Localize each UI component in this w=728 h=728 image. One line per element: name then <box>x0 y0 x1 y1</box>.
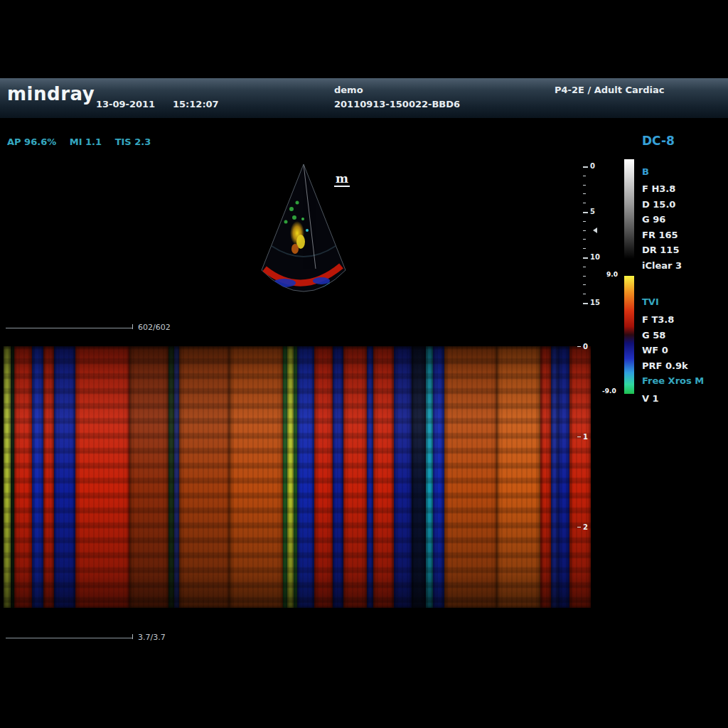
mmode-stripe <box>373 346 394 608</box>
param-line: F H3.8 <box>642 181 682 197</box>
exam-time: 15:12:07 <box>173 99 219 109</box>
mmode-stripe <box>412 346 426 608</box>
mmode-tick <box>577 346 581 347</box>
depth-tick-label: 5 <box>590 208 595 215</box>
param-line: G 58 <box>642 328 688 343</box>
depth-tick <box>583 276 586 277</box>
param-line: F T3.8 <box>642 312 688 328</box>
mmode-stripe <box>179 346 230 608</box>
depth-tick <box>583 221 586 222</box>
mmode-stripe <box>43 346 54 608</box>
mechanical-index: MI 1.1 <box>70 136 102 147</box>
param-line: FR 165 <box>642 228 682 243</box>
param-line: D 15.0 <box>642 197 682 213</box>
depth-tick-label: 10 <box>590 253 600 261</box>
mmode-stripe <box>333 346 343 608</box>
param-line: G 96 <box>642 212 682 228</box>
brand-logo: mindray <box>7 83 95 105</box>
mmode-stripe <box>540 346 551 608</box>
param-line: DR 115 <box>642 242 682 258</box>
mmode-stripe <box>558 346 569 608</box>
depth-tick <box>583 248 586 249</box>
study-id: 20110913-150022-BBD6 <box>334 99 460 109</box>
acoustic-status-line: AP 96.6% MI 1.1 TIS 2.3 <box>7 136 161 147</box>
depth-tick-label: 15 <box>590 299 600 306</box>
mmode-stripe <box>168 346 174 608</box>
depth-tick <box>583 212 588 213</box>
mmode-stripe <box>129 346 169 608</box>
m-line-marker: m <box>334 173 350 187</box>
system-model: DC-8 <box>642 134 675 148</box>
sweep-time: 3.7/3.7 <box>138 633 166 642</box>
param-line: PRF 0.9k <box>642 358 688 374</box>
mmode-stripe <box>287 346 294 608</box>
header-bar: mindray 13-09-2011 15:12:07 demo 2011091… <box>0 78 728 118</box>
mmode-stripe <box>444 346 498 608</box>
top-ruler-tick <box>132 324 133 329</box>
b-mode-params: F H3.8D 15.0G 96FR 165DR 115iClear 3 <box>642 181 682 273</box>
ultrasound-screen: mindray 13-09-2011 15:12:07 demo 2011091… <box>0 0 728 728</box>
mmode-stripe <box>297 346 314 608</box>
mmode-stripe <box>343 346 367 608</box>
mmode-stripe <box>497 346 540 608</box>
depth-tick <box>583 303 588 304</box>
tvi-scale-min: -9.0 <box>602 387 616 395</box>
mmode-stripe <box>32 346 43 608</box>
depth-tick <box>583 166 588 168</box>
mmode-stripe <box>433 346 444 608</box>
mmode-stripe <box>551 346 558 608</box>
depth-tick <box>583 239 586 240</box>
top-ruler-line <box>6 328 132 328</box>
thermal-index: TIS 2.3 <box>115 136 151 147</box>
frame-counter: 602/602 <box>138 323 171 332</box>
exam-date: 13-09-2011 <box>96 99 155 109</box>
mmode-tick <box>577 527 581 528</box>
tvi-mmode-image <box>4 346 591 608</box>
mmode-tick-label: 2 <box>583 523 588 531</box>
mmode-stripe <box>174 346 180 608</box>
mmode-stripe <box>394 346 412 608</box>
probe-preset: P4-2E / Adult Cardiac <box>555 85 664 95</box>
depth-tick <box>583 185 586 186</box>
mmode-stripe <box>367 346 373 608</box>
depth-tick <box>583 257 588 259</box>
free-xros-params: V 1 <box>642 391 659 407</box>
depth-scale: 051015 <box>583 166 601 303</box>
mmode-stripe <box>314 346 333 608</box>
free-xros-label: Free Xros M <box>642 375 704 386</box>
depth-tick <box>583 203 586 203</box>
tvi-scale-max: 9.0 <box>606 271 618 278</box>
depth-tick <box>583 294 586 294</box>
param-line: WF 0 <box>642 343 688 358</box>
focus-marker-icon <box>593 228 597 233</box>
tvi-mode-label: TVI <box>642 296 659 307</box>
bottom-ruler-tick <box>132 634 133 639</box>
param-line: iClear 3 <box>642 258 682 274</box>
mmode-tick-label: 0 <box>583 343 588 350</box>
mmode-tick <box>577 437 581 437</box>
mmode-stripe <box>14 346 32 608</box>
depth-tick-label: 0 <box>590 162 595 170</box>
depth-tick <box>583 230 586 231</box>
depth-tick <box>583 267 586 267</box>
tvi-mode-params: F T3.8G 58WF 0PRF 0.9k <box>642 312 688 373</box>
mmode-stripe <box>54 346 75 608</box>
param-line: V 1 <box>642 391 659 407</box>
depth-tick <box>583 193 586 194</box>
grayscale-bar <box>624 159 634 259</box>
mmode-depth-scale: 012 <box>577 346 593 532</box>
mmode-stripe <box>426 346 433 608</box>
tvi-color-bar <box>624 276 634 394</box>
mmode-stripe <box>4 346 11 608</box>
bottom-ruler-line <box>6 638 132 638</box>
mmode-tick-label: 1 <box>583 433 588 441</box>
acoustic-power: AP 96.6% <box>7 136 56 147</box>
mmode-stripe <box>75 346 129 608</box>
depth-tick <box>583 176 586 176</box>
mmode-stripe <box>230 346 283 608</box>
depth-tick <box>583 284 586 285</box>
patient-name: demo <box>334 85 363 95</box>
b-mode-label: B <box>642 166 649 177</box>
